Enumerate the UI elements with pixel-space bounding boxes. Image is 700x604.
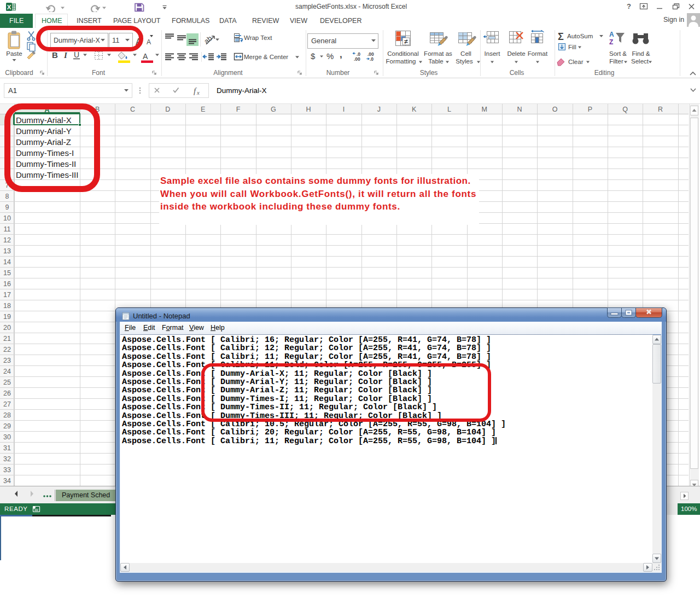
svg-text:x: x [196, 89, 200, 96]
svg-text:A: A [609, 31, 614, 38]
svg-text:AutoSum: AutoSum [567, 33, 593, 39]
svg-text:?: ? [627, 2, 631, 10]
svg-text:.0: .0 [370, 56, 374, 62]
svg-text:Find &: Find & [632, 50, 650, 57]
svg-text:Formatting: Formatting [386, 58, 416, 65]
svg-text:Clipboard: Clipboard [5, 69, 33, 77]
svg-text:Number: Number [326, 69, 350, 77]
svg-text:General: General [311, 37, 336, 45]
svg-text:Insert: Insert [485, 50, 501, 57]
svg-text:U: U [74, 50, 79, 59]
svg-text:Cells: Cells [510, 69, 524, 77]
svg-text:Conditional: Conditional [387, 50, 419, 57]
svg-text:Editing: Editing [594, 69, 615, 77]
svg-text:Dummy-Arial-X: Dummy-Arial-X [217, 86, 267, 95]
svg-text:Font: Font [92, 69, 106, 77]
svg-text:Z: Z [609, 38, 613, 46]
svg-text:Alignment: Alignment [213, 69, 243, 77]
svg-text:$: $ [311, 51, 316, 61]
svg-text:A: A [143, 52, 148, 61]
svg-text:%: % [326, 51, 334, 61]
svg-text:Filter: Filter [609, 58, 623, 65]
svg-text:Format: Format [528, 50, 548, 57]
svg-text:Σ: Σ [558, 31, 564, 42]
svg-text:Fill: Fill [568, 44, 576, 50]
svg-text:≠: ≠ [404, 38, 408, 45]
svg-text:Delete: Delete [507, 50, 525, 57]
svg-text:,: , [340, 49, 342, 60]
svg-text:A1: A1 [8, 86, 17, 95]
svg-text:Paste: Paste [6, 50, 22, 57]
svg-text:Cell: Cell [460, 50, 471, 57]
svg-text:A: A [147, 38, 151, 46]
svg-text:B: B [52, 50, 58, 60]
svg-text:Clear: Clear [568, 59, 584, 65]
svg-text:Styles: Styles [456, 58, 473, 65]
svg-text:Sort &: Sort & [609, 50, 627, 57]
svg-text:Table: Table [428, 58, 444, 65]
svg-text:Format as: Format as [424, 50, 452, 57]
svg-text:Merge & Center: Merge & Center [244, 54, 288, 60]
svg-text:Styles: Styles [420, 69, 438, 77]
svg-text:X: X [7, 4, 11, 10]
svg-text:I: I [63, 51, 68, 60]
svg-text:.00: .00 [354, 56, 360, 62]
svg-text:Wrap Text: Wrap Text [244, 34, 272, 41]
svg-text:Select: Select [631, 58, 649, 65]
